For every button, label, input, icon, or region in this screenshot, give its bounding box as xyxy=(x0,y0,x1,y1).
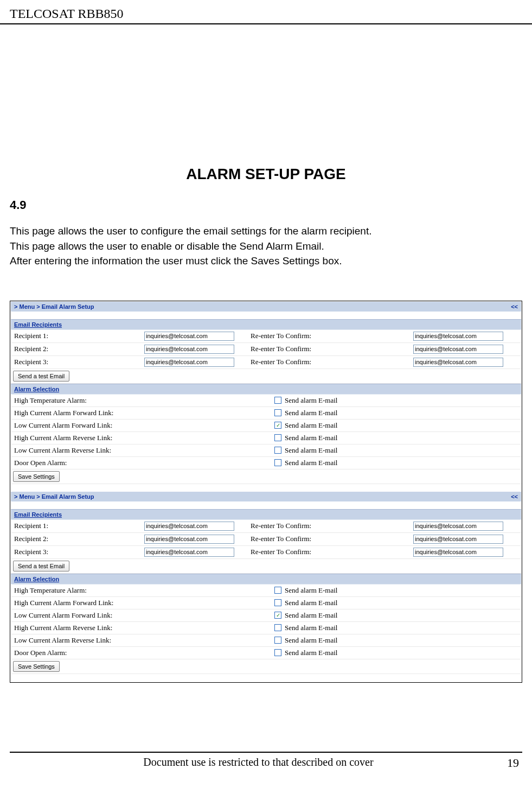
breadcrumb-bar: > Menu > Email Alarm Setup<< xyxy=(11,302,521,312)
send-alarm-label: Send alarm E-mail xyxy=(285,446,337,455)
confirm-input[interactable] xyxy=(413,548,503,557)
recipient-label: Recipient 2: xyxy=(14,535,144,543)
alarm-label: High Current Alarm Forward Link: xyxy=(14,599,274,607)
paragraph: This page allows the user to enable or d… xyxy=(10,239,522,253)
alarm-label: High Current Alarm Reverse Link: xyxy=(14,434,274,442)
email-recipients-header: Email Recipients xyxy=(11,319,521,330)
recipient-row: Recipient 1:Re-enter To Confirm: xyxy=(11,330,521,343)
confirm-input[interactable] xyxy=(413,332,503,341)
page-number: 19 xyxy=(507,756,522,770)
recipient-row: Recipient 3:Re-enter To Confirm: xyxy=(11,546,521,559)
send-alarm-checkbox[interactable] xyxy=(274,649,281,656)
send-alarm-label: Send alarm E-mail xyxy=(285,434,337,442)
send-alarm-label: Send alarm E-mail xyxy=(285,611,337,620)
alarm-row: Low Current Alarm Reverse Link:Send alar… xyxy=(11,444,521,457)
breadcrumb-text: > Menu > Email Alarm Setup xyxy=(14,492,94,501)
alarm-row: Door Open Alarm:Send alarm E-mail xyxy=(11,457,521,469)
send-alarm-label: Send alarm E-mail xyxy=(285,599,337,607)
recipient-input[interactable] xyxy=(144,332,234,341)
send-alarm-label: Send alarm E-mail xyxy=(285,586,337,595)
send-alarm-checkbox[interactable]: ✓ xyxy=(274,422,281,429)
recipient-input[interactable] xyxy=(144,358,234,367)
send-alarm-checkbox[interactable] xyxy=(274,459,281,466)
alarm-label: Low Current Alarm Forward Link: xyxy=(14,421,274,430)
confirm-input[interactable] xyxy=(413,358,503,367)
confirm-label: Re-enter To Confirm: xyxy=(251,345,413,353)
send-alarm-label: Send alarm E-mail xyxy=(285,636,337,645)
alarm-row: Low Current Alarm Reverse Link:Send alar… xyxy=(11,634,521,647)
send-alarm-checkbox[interactable] xyxy=(274,447,281,454)
confirm-label: Re-enter To Confirm: xyxy=(251,548,413,556)
alarm-setup-panel: > Menu > Email Alarm Setup<<Email Recipi… xyxy=(11,492,521,682)
confirm-label: Re-enter To Confirm: xyxy=(251,522,413,530)
paragraph: After entering the information the user … xyxy=(10,254,522,268)
send-alarm-checkbox[interactable] xyxy=(274,397,281,404)
footer-text: Document use is restricted to that descr… xyxy=(10,756,507,768)
recipient-input[interactable] xyxy=(144,548,234,557)
send-alarm-checkbox[interactable] xyxy=(274,434,281,441)
paragraph: This page allows the user to configure t… xyxy=(10,224,522,238)
alarm-label: Door Open Alarm: xyxy=(14,459,274,467)
product-name: TELCOSAT RBB850 xyxy=(10,7,124,21)
confirm-input[interactable] xyxy=(413,345,503,354)
save-settings-row: Save Settings xyxy=(11,469,521,484)
send-alarm-checkbox[interactable] xyxy=(274,409,281,416)
alarm-row: High Current Alarm Forward Link:Send ala… xyxy=(11,597,521,609)
send-test-row: Send a test Email xyxy=(11,559,521,574)
email-recipients-header: Email Recipients xyxy=(11,509,521,520)
breadcrumb-bar: > Menu > Email Alarm Setup<< xyxy=(11,492,521,501)
send-test-email-button[interactable]: Send a test Email xyxy=(13,371,69,382)
page-footer: Document use is restricted to that descr… xyxy=(10,752,522,770)
recipient-input[interactable] xyxy=(144,522,234,531)
send-alarm-label: Send alarm E-mail xyxy=(285,624,337,632)
confirm-input[interactable] xyxy=(413,522,503,531)
alarm-label: Door Open Alarm: xyxy=(14,649,274,657)
send-alarm-checkbox[interactable] xyxy=(274,599,281,606)
embedded-screenshot: > Menu > Email Alarm Setup<<Email Recipi… xyxy=(10,301,522,683)
save-settings-button[interactable]: Save Settings xyxy=(13,661,60,672)
save-settings-button[interactable]: Save Settings xyxy=(13,471,60,482)
send-alarm-label: Send alarm E-mail xyxy=(285,421,337,430)
recipient-input[interactable] xyxy=(144,535,234,544)
recipient-row: Recipient 2:Re-enter To Confirm: xyxy=(11,533,521,546)
recipient-row: Recipient 2:Re-enter To Confirm: xyxy=(11,343,521,356)
alarm-label: Low Current Alarm Forward Link: xyxy=(14,611,274,620)
alarm-label: Low Current Alarm Reverse Link: xyxy=(14,636,274,645)
alarm-row: Door Open Alarm:Send alarm E-mail xyxy=(11,647,521,659)
breadcrumb-back[interactable]: << xyxy=(511,492,518,501)
alarm-label: High Temperature Alarm: xyxy=(14,396,274,405)
alarm-selection-header: Alarm Selection xyxy=(11,574,521,585)
confirm-label: Re-enter To Confirm: xyxy=(251,358,413,366)
alarm-row: High Current Alarm Reverse Link:Send ala… xyxy=(11,622,521,634)
breadcrumb-text: > Menu > Email Alarm Setup xyxy=(14,302,94,312)
save-settings-row: Save Settings xyxy=(11,659,521,674)
alarm-row: Low Current Alarm Forward Link:✓Send ala… xyxy=(11,609,521,622)
page-header: TELCOSAT RBB850 xyxy=(0,0,532,24)
send-alarm-label: Send alarm E-mail xyxy=(285,396,337,405)
breadcrumb-back[interactable]: << xyxy=(511,302,518,312)
send-alarm-checkbox[interactable]: ✓ xyxy=(274,612,281,619)
page-title: ALARM SET-UP PAGE xyxy=(10,166,522,183)
send-alarm-checkbox[interactable] xyxy=(274,637,281,644)
alarm-selection-header: Alarm Selection xyxy=(11,384,521,395)
recipient-label: Recipient 3: xyxy=(14,548,144,556)
send-test-email-button[interactable]: Send a test Email xyxy=(13,561,69,571)
recipient-row: Recipient 1:Re-enter To Confirm: xyxy=(11,520,521,533)
section-number: 4.9 xyxy=(10,198,522,212)
send-alarm-label: Send alarm E-mail xyxy=(285,649,337,657)
alarm-row: High Temperature Alarm:Send alarm E-mail xyxy=(11,585,521,597)
alarm-label: High Current Alarm Reverse Link: xyxy=(14,624,274,632)
send-alarm-checkbox[interactable] xyxy=(274,624,281,631)
confirm-label: Re-enter To Confirm: xyxy=(251,535,413,543)
alarm-row: High Current Alarm Reverse Link:Send ala… xyxy=(11,432,521,444)
send-alarm-checkbox[interactable] xyxy=(274,587,281,594)
alarm-setup-panel: > Menu > Email Alarm Setup<<Email Recipi… xyxy=(11,302,521,492)
recipient-label: Recipient 1: xyxy=(14,332,144,340)
recipient-label: Recipient 2: xyxy=(14,345,144,353)
recipient-input[interactable] xyxy=(144,345,234,354)
confirm-label: Re-enter To Confirm: xyxy=(251,332,413,340)
confirm-input[interactable] xyxy=(413,535,503,544)
recipient-row: Recipient 3:Re-enter To Confirm: xyxy=(11,356,521,369)
alarm-label: High Temperature Alarm: xyxy=(14,586,274,595)
alarm-row: High Current Alarm Forward Link:Send ala… xyxy=(11,407,521,420)
